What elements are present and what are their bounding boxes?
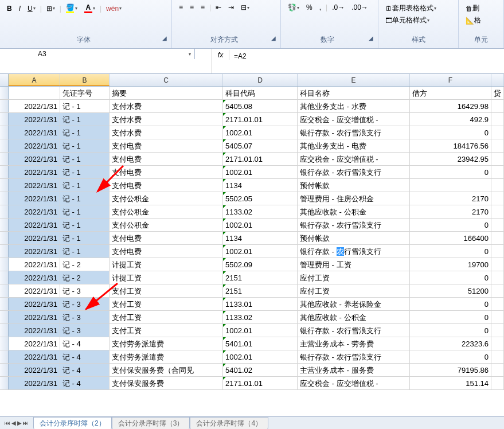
cell[interactable]: 0 [410, 298, 491, 310]
row-number[interactable] [0, 179, 9, 192]
cell[interactable]: 0 [410, 219, 491, 231]
cell[interactable]: 记 - 1 [60, 113, 110, 126]
merge-button[interactable]: ⊟▾ [239, 2, 252, 13]
column-header-b[interactable]: B [60, 74, 110, 86]
cell[interactable] [491, 113, 504, 126]
cell[interactable]: 1133.02 [223, 311, 298, 323]
formula-input[interactable]: =A2 [229, 50, 504, 63]
cell[interactable] [491, 153, 504, 165]
cell[interactable]: 2022/1/31 [9, 364, 60, 376]
cell[interactable]: 2171.01.01 [223, 153, 298, 165]
cell[interactable]: 银行存款 - 农行雪浪支行 [298, 245, 410, 258]
cell[interactable]: 2022/1/31 [9, 377, 60, 389]
cell[interactable]: 计提工资 [110, 271, 223, 284]
cell[interactable]: 支付工资 [110, 298, 223, 310]
cell[interactable]: 记 - 1 [60, 166, 110, 178]
cell[interactable]: 记 - 1 [60, 232, 110, 244]
row-number[interactable] [0, 324, 9, 337]
dialog-launcher-icon[interactable]: ◢ [162, 35, 167, 41]
cell[interactable]: 79195.86 [410, 364, 491, 376]
cell[interactable]: 支付水费 [110, 113, 223, 126]
cell[interactable]: 支付工资 [110, 311, 223, 323]
cell[interactable]: 2022/1/31 [9, 113, 60, 126]
cell[interactable]: 2022/1/31 [9, 192, 60, 205]
sheet-tab[interactable]: 会计分录序时簿（2） [33, 417, 112, 430]
cell[interactable] [491, 311, 504, 323]
cell[interactable]: 51200 [410, 284, 491, 297]
cell[interactable]: 科目名称 [298, 87, 410, 99]
cell[interactable]: 记 - 4 [60, 364, 110, 376]
cell[interactable]: 1134 [223, 179, 298, 192]
cell[interactable]: 2022/1/31 [9, 179, 60, 192]
row-number[interactable] [0, 205, 9, 218]
column-header-d[interactable]: D [223, 74, 298, 86]
cell[interactable] [491, 139, 504, 152]
cell[interactable]: 记 - 1 [60, 139, 110, 152]
cell[interactable] [491, 271, 504, 284]
cell[interactable]: 166400 [410, 232, 491, 244]
cell[interactable]: 其他应收款 - 公积金 [298, 311, 410, 323]
cell[interactable]: 2151 [223, 271, 298, 284]
sheet-tab[interactable]: 会计分录序时簿（4） [190, 417, 268, 430]
cell[interactable]: 支付电费 [110, 245, 223, 258]
fx-icon[interactable]: fx [212, 50, 229, 60]
cell[interactable] [491, 298, 504, 310]
cell[interactable]: 1133.01 [223, 298, 298, 310]
column-header-f[interactable]: F [410, 74, 491, 86]
cell[interactable]: 支付保安服务费（合同见 [110, 364, 223, 376]
cell[interactable]: 2022/1/31 [9, 219, 60, 231]
font-color-button[interactable]: A▾ [82, 2, 97, 14]
row-number[interactable] [0, 364, 9, 376]
cell[interactable]: 2022/1/31 [9, 298, 60, 310]
row-number[interactable] [0, 192, 9, 205]
row-number[interactable] [0, 139, 9, 152]
cell[interactable]: 应付工资 [298, 271, 410, 284]
tab-prev-icon[interactable]: ◀ [11, 420, 16, 426]
cell[interactable]: 科目代码 [223, 87, 298, 99]
row-number[interactable] [0, 153, 9, 165]
increase-indent-button[interactable]: ⇥ [226, 2, 236, 13]
italic-button[interactable]: I [17, 3, 23, 14]
cell[interactable]: 记 - 1 [60, 153, 110, 165]
cell[interactable]: 记 - 1 [60, 219, 110, 231]
cell[interactable] [491, 350, 504, 363]
bold-button[interactable]: B [5, 3, 14, 14]
row-number[interactable] [0, 337, 9, 350]
cell[interactable] [9, 87, 60, 99]
row-number[interactable] [0, 298, 9, 310]
cell[interactable]: 支付电费 [110, 153, 223, 165]
cell[interactable]: 1002.01 [223, 126, 298, 139]
cell[interactable]: 记 - 4 [60, 337, 110, 350]
cell[interactable]: 凭证字号 [60, 87, 110, 99]
row-number[interactable] [0, 87, 9, 99]
increase-decimal-button[interactable]: .0→ [330, 2, 347, 13]
cell[interactable] [491, 179, 504, 192]
row-number[interactable] [0, 219, 9, 231]
cell[interactable]: 0 [410, 311, 491, 323]
phonetic-button[interactable]: wén▾ [104, 3, 124, 14]
cell[interactable]: 2170 [410, 192, 491, 205]
cell[interactable]: 支付保安服务费 [110, 377, 223, 389]
cell[interactable]: 支付电费 [110, 232, 223, 244]
cell[interactable]: 记 - 1 [60, 179, 110, 192]
cell[interactable]: 记 - 4 [60, 377, 110, 389]
cell[interactable]: 2022/1/31 [9, 166, 60, 178]
cell[interactable]: 2022/1/31 [9, 153, 60, 165]
cell[interactable]: 1134 [223, 232, 298, 244]
row-number[interactable] [0, 245, 9, 258]
cell[interactable]: 记 - 1 [60, 126, 110, 139]
cell[interactable]: 1133.02 [223, 205, 298, 218]
cell[interactable]: 管理费用 - 住房公积金 [298, 192, 410, 205]
cell[interactable]: 记 - 1 [60, 245, 110, 258]
cell[interactable]: 其他应收款 - 养老保险金 [298, 298, 410, 310]
underline-button[interactable]: U▾ [25, 3, 38, 14]
row-number[interactable] [0, 166, 9, 178]
cell[interactable]: 管理费用 - 工资 [298, 258, 410, 271]
cell[interactable]: 预付帐款 [298, 232, 410, 244]
cell[interactable]: 应交税金 - 应交增值税 - [298, 113, 410, 126]
cell[interactable]: 19700 [410, 258, 491, 271]
cell[interactable]: 0 [410, 350, 491, 363]
cell[interactable]: 2171.01.01 [223, 113, 298, 126]
cell[interactable]: 1002.01 [223, 219, 298, 231]
cell[interactable]: 0 [410, 245, 491, 258]
